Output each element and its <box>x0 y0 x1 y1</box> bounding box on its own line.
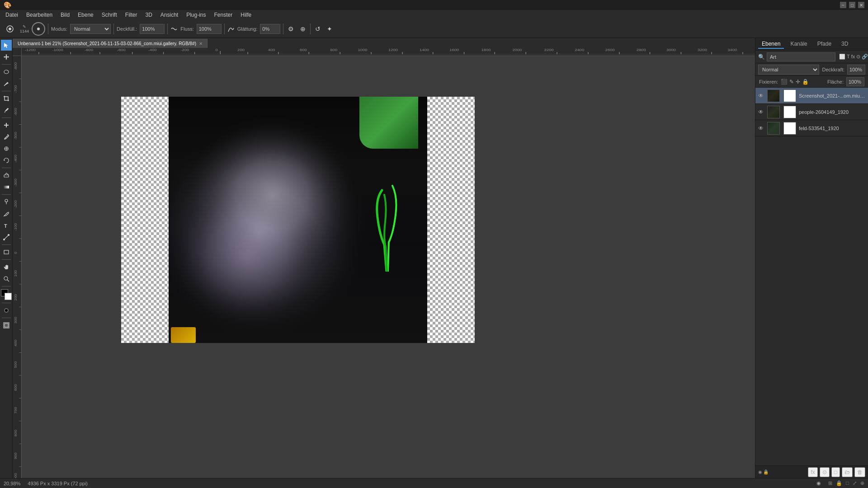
mode-select[interactable]: Normal <box>70 24 111 34</box>
fg-bg-colors[interactable] <box>1 289 12 300</box>
menu-schrift[interactable]: Schrift <box>98 11 121 19</box>
add-style-btn[interactable]: fx <box>808 467 817 477</box>
opacity-input[interactable] <box>140 24 165 34</box>
layers-bottom-icon-lock: 🔒 <box>763 469 769 474</box>
reset-btn[interactable]: ↺ <box>313 24 322 33</box>
status-icon-2[interactable]: 🔒 <box>836 480 842 486</box>
menu-bild[interactable]: Bild <box>57 11 73 19</box>
layers-actions: fx ⊙ □ 🗁 🗑 <box>808 467 865 477</box>
settings-btn[interactable]: ⚙ <box>286 24 296 33</box>
tool-clone[interactable] <box>1 143 12 154</box>
tool-eraser[interactable] <box>1 170 12 181</box>
tool-select[interactable] <box>1 40 12 51</box>
layer-filter-icon-2[interactable]: T <box>847 54 850 60</box>
menu-filter[interactable]: Filter <box>122 11 141 19</box>
layer-item-3[interactable]: 👁 feld-533541_1920 <box>755 120 868 136</box>
document-tab[interactable]: Unbenannt-1 bei 21% (Screenshot_2021-06-… <box>13 39 208 48</box>
tool-quick-mask[interactable] <box>1 305 12 316</box>
menu-hilfe[interactable]: Hilfe <box>237 11 255 19</box>
layer-1-visibility-icon[interactable]: 👁 <box>758 93 764 99</box>
brush-preview[interactable] <box>32 22 45 36</box>
tab-close-btn[interactable]: ✕ <box>199 41 203 46</box>
tool-screen-mode[interactable] <box>1 320 12 331</box>
layer-filter-icon-5[interactable]: 🔗 <box>862 54 868 60</box>
layer-item-1[interactable]: 👁 Screenshot_2021-...om.miui.gallery <box>755 88 868 104</box>
tool-magic-wand[interactable] <box>1 78 12 89</box>
delete-layer-btn[interactable]: 🗑 <box>854 467 865 477</box>
fix-icon-lock[interactable]: 🔒 <box>802 79 809 85</box>
fixation-row: Fixieren: ⬛ ✎ ✛ 🔒 Fläche: <box>755 76 868 88</box>
status-icon-3[interactable]: □ <box>846 480 849 486</box>
menu-3d[interactable]: 3D <box>142 11 156 19</box>
symmetry-btn[interactable]: ⊕ <box>298 24 307 33</box>
add-mask-btn[interactable]: ⊙ <box>820 467 830 477</box>
tool-move[interactable] <box>1 52 12 62</box>
blend-mode-select[interactable]: Normal Multiplizieren Bildschirm <box>758 65 819 75</box>
extra-status-icons: ⊞ 🔒 □ ⤢ ⊕ <box>828 480 864 486</box>
tab-3d[interactable]: 3D <box>838 40 852 49</box>
menu-fenster[interactable]: Fenster <box>211 11 236 19</box>
tool-history-brush[interactable] <box>1 155 12 166</box>
tool-text[interactable]: T <box>1 220 12 231</box>
canvas-left-transparent <box>121 97 169 343</box>
fill-value-input[interactable] <box>846 77 864 86</box>
status-icon-5[interactable]: ⊕ <box>860 480 864 486</box>
layer-2-name: people-2604149_1920 <box>799 109 865 115</box>
layer-item-2[interactable]: 👁 people-2604149_1920 <box>755 104 868 120</box>
tool-sep-8 <box>2 286 11 286</box>
status-icon-1[interactable]: ⊞ <box>828 480 832 486</box>
menu-bearbeiten[interactable]: Bearbeiten <box>23 11 56 19</box>
fix-icon-checkerboard[interactable]: ⬛ <box>781 79 788 85</box>
layer-2-visibility-icon[interactable]: 👁 <box>758 109 764 115</box>
tool-gradient[interactable] <box>1 182 12 192</box>
tool-sep-9 <box>2 303 11 303</box>
fix-icon-brush[interactable]: ✎ <box>789 79 794 85</box>
layer-3-thumbnail <box>767 122 780 135</box>
tool-zoom[interactable] <box>1 273 12 284</box>
tool-lasso[interactable] <box>1 66 12 77</box>
tool-crop[interactable] <box>1 93 12 104</box>
layer-filter-icon-3[interactable]: fx <box>851 54 855 60</box>
layers-search-input[interactable] <box>767 52 835 61</box>
menu-datei[interactable]: Datei <box>2 11 22 19</box>
close-button[interactable]: ✕ <box>858 2 864 8</box>
tool-hand[interactable] <box>1 262 12 272</box>
tool-healing[interactable] <box>1 120 12 131</box>
smoothing-icon <box>227 25 235 33</box>
layer-filter-icon-1[interactable]: ⬜ <box>839 54 845 60</box>
layer-3-visibility-icon[interactable]: 👁 <box>758 125 764 131</box>
tab-kanaele[interactable]: Kanäle <box>787 40 811 49</box>
tab-ebenen[interactable]: Ebenen <box>758 40 784 49</box>
extra-btn[interactable]: ✦ <box>325 24 334 33</box>
status-icon-4[interactable]: ⤢ <box>853 480 857 486</box>
menu-ansicht[interactable]: Ansicht <box>157 11 182 19</box>
new-group-btn[interactable]: □ <box>831 467 840 477</box>
svg-point-2 <box>4 70 9 74</box>
tool-pen[interactable] <box>1 208 12 219</box>
smoothing-input[interactable] <box>260 24 280 34</box>
tool-rectangle[interactable] <box>1 247 12 258</box>
canvas-and-vruler: -800 -700 -600 -500 -400 -300 -200 -100 … <box>13 56 755 478</box>
tool-path-select[interactable] <box>1 232 12 243</box>
canvas-scroll-area[interactable] <box>22 56 755 478</box>
tab-pfade[interactable]: Pfade <box>814 40 835 49</box>
tool-dodge[interactable] <box>1 197 12 207</box>
tool-icon-brush[interactable] <box>3 22 17 36</box>
ruler-corner <box>13 48 22 56</box>
opacity-value-input[interactable] <box>847 65 865 75</box>
new-layer-btn[interactable]: 🗁 <box>842 467 853 477</box>
minimize-button[interactable]: − <box>840 2 846 8</box>
svg-text:2000: 2000 <box>512 48 522 52</box>
fix-icon-move[interactable]: ✛ <box>796 79 800 85</box>
layer-filter-icon-4[interactable]: ⊙ <box>856 54 860 60</box>
svg-text:3400: 3400 <box>727 48 737 52</box>
svg-line-3 <box>4 82 8 86</box>
tool-sep-3 <box>2 117 11 118</box>
menu-ebene[interactable]: Ebene <box>74 11 97 19</box>
menu-plugins[interactable]: Plug-ins <box>183 11 209 19</box>
maximize-button[interactable]: □ <box>849 2 855 8</box>
svg-point-11 <box>8 235 9 236</box>
tool-eyedropper[interactable] <box>1 105 12 116</box>
flow-input[interactable] <box>197 24 222 34</box>
tool-brush[interactable] <box>1 131 12 142</box>
